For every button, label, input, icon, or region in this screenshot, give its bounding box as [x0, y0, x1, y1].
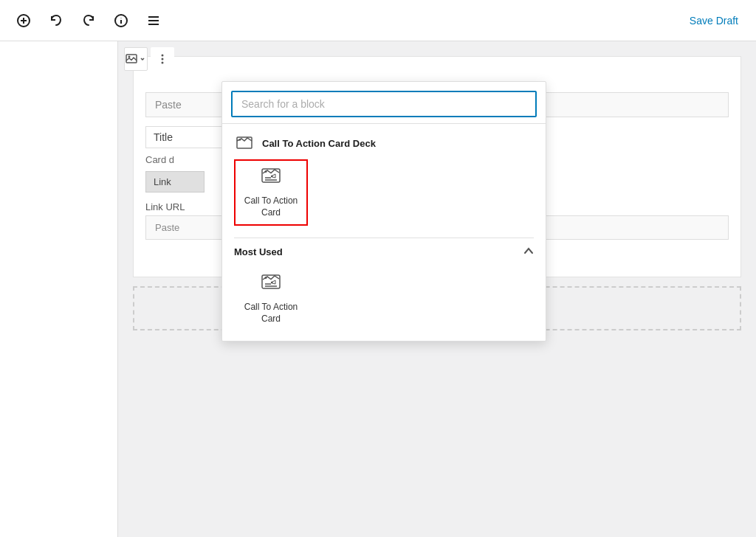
most-used-collapse-btn[interactable] — [523, 246, 534, 258]
svg-point-24 — [265, 277, 267, 279]
svg-point-5 — [121, 18, 122, 18]
cta-icon — [261, 166, 281, 191]
save-draft-button[interactable]: Save Draft — [684, 12, 744, 30]
most-used-items: Call To Action Card — [234, 266, 534, 332]
svg-point-18 — [239, 139, 241, 140]
editor-area: Paste Title Card d Link Link URL Paste — [0, 41, 756, 537]
block-search-popup: Call To Action Card Deck — [221, 81, 546, 342]
block-toolbar — [124, 47, 174, 71]
block-items-grid: Call To Action Card — [234, 156, 534, 229]
title-field[interactable]: Title — [145, 126, 234, 148]
undo-icon[interactable] — [44, 9, 68, 32]
menu-icon[interactable] — [142, 9, 165, 32]
add-block-icon[interactable] — [12, 9, 35, 32]
svg-point-12 — [162, 58, 164, 60]
svg-point-13 — [162, 62, 164, 64]
most-used-cta-icon — [261, 272, 281, 297]
toolbar-left — [12, 9, 165, 32]
card-deck-title: Call To Action Card Deck — [262, 138, 376, 149]
most-used-title: Most Used — [234, 246, 283, 257]
image-block-btn[interactable] — [124, 47, 148, 71]
call-to-action-card-item[interactable]: Call To Action Card — [234, 159, 308, 226]
popup-content: Call To Action Card Deck — [222, 124, 546, 341]
search-container — [222, 82, 546, 124]
card-deck-section-icon — [234, 133, 255, 153]
most-used-header: Most Used — [234, 246, 534, 258]
content-area: Paste Title Card d Link Link URL Paste — [118, 41, 756, 537]
svg-point-20 — [265, 170, 267, 173]
info-icon[interactable] — [109, 9, 133, 32]
kebab-menu-btn[interactable] — [151, 47, 174, 71]
link-field[interactable]: Link — [145, 171, 205, 193]
svg-point-10 — [128, 56, 131, 58]
card-deck-section-header: Call To Action Card Deck — [234, 133, 534, 153]
card-deck-section: Call To Action Card Deck — [222, 124, 546, 238]
most-used-section: Most Used — [222, 238, 546, 341]
most-used-cta-card[interactable]: Call To Action Card — [234, 266, 308, 332]
most-used-cta-label: Call To Action Card — [240, 302, 302, 325]
cta-card-label: Call To Action Card — [241, 195, 300, 218]
block-search-input[interactable] — [231, 91, 537, 117]
redo-icon[interactable] — [77, 9, 100, 32]
card-deck-section-title: Call To Action Card Deck — [234, 133, 376, 153]
top-toolbar: Save Draft — [0, 0, 756, 41]
left-sidebar — [0, 41, 118, 537]
svg-point-11 — [162, 55, 164, 57]
